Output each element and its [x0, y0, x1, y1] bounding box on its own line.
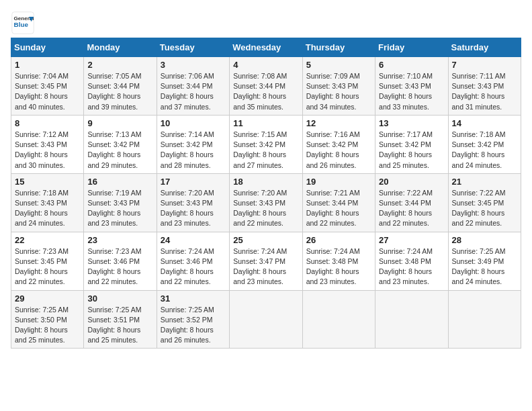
day-number: 8 [15, 118, 80, 128]
day-number: 5 [306, 60, 371, 70]
day-detail: Sunrise: 7:18 AMSunset: 3:43 PMDaylight:… [15, 189, 69, 228]
calendar-day-cell: 13 Sunrise: 7:17 AMSunset: 3:42 PMDaylig… [375, 115, 448, 173]
calendar: SundayMondayTuesdayWednesdayThursdayFrid… [11, 38, 521, 349]
calendar-day-cell: 11 Sunrise: 7:15 AMSunset: 3:42 PMDaylig… [230, 115, 302, 173]
day-detail: Sunrise: 7:25 AMSunset: 3:50 PMDaylight:… [15, 306, 69, 345]
day-detail: Sunrise: 7:23 AMSunset: 3:46 PMDaylight:… [87, 247, 141, 286]
day-detail: Sunrise: 7:09 AMSunset: 3:43 PMDaylight:… [306, 72, 360, 111]
day-number: 20 [379, 177, 444, 187]
day-detail: Sunrise: 7:21 AMSunset: 3:44 PMDaylight:… [306, 189, 360, 228]
day-detail: Sunrise: 7:25 AMSunset: 3:51 PMDaylight:… [87, 306, 141, 345]
logo-icon: General Blue [11, 11, 35, 35]
day-number: 2 [87, 60, 152, 70]
calendar-day-cell: 8 Sunrise: 7:12 AMSunset: 3:43 PMDayligh… [11, 115, 84, 173]
weekday-header-cell: Tuesday [157, 38, 229, 57]
calendar-day-cell: 19 Sunrise: 7:21 AMSunset: 3:44 PMDaylig… [302, 173, 375, 232]
calendar-day-cell: 3 Sunrise: 7:06 AMSunset: 3:44 PMDayligh… [157, 57, 229, 116]
calendar-week-row: 15 Sunrise: 7:18 AMSunset: 3:43 PMDaylig… [11, 173, 521, 232]
day-number: 25 [233, 235, 298, 245]
day-detail: Sunrise: 7:08 AMSunset: 3:44 PMDaylight:… [233, 72, 287, 111]
day-detail: Sunrise: 7:18 AMSunset: 3:42 PMDaylight:… [452, 130, 506, 169]
day-detail: Sunrise: 7:15 AMSunset: 3:42 PMDaylight:… [233, 130, 287, 169]
day-number: 27 [379, 235, 444, 245]
calendar-body: 1 Sunrise: 7:04 AMSunset: 3:45 PMDayligh… [11, 57, 521, 349]
day-number: 28 [452, 235, 517, 245]
weekday-header-cell: Wednesday [230, 38, 302, 57]
calendar-day-cell: 15 Sunrise: 7:18 AMSunset: 3:43 PMDaylig… [11, 173, 84, 232]
day-number: 10 [161, 118, 226, 128]
day-detail: Sunrise: 7:04 AMSunset: 3:45 PMDaylight:… [15, 72, 69, 111]
day-number: 12 [306, 118, 371, 128]
calendar-day-cell: 12 Sunrise: 7:16 AMSunset: 3:42 PMDaylig… [302, 115, 375, 173]
calendar-day-cell: 14 Sunrise: 7:18 AMSunset: 3:42 PMDaylig… [448, 115, 521, 173]
day-number: 13 [379, 118, 444, 128]
day-detail: Sunrise: 7:24 AMSunset: 3:47 PMDaylight:… [233, 247, 287, 286]
calendar-day-cell [375, 290, 448, 349]
day-detail: Sunrise: 7:22 AMSunset: 3:45 PMDaylight:… [452, 189, 506, 228]
day-detail: Sunrise: 7:13 AMSunset: 3:42 PMDaylight:… [87, 130, 141, 169]
calendar-day-cell: 22 Sunrise: 7:23 AMSunset: 3:45 PMDaylig… [11, 232, 84, 290]
calendar-day-cell: 20 Sunrise: 7:22 AMSunset: 3:44 PMDaylig… [375, 173, 448, 232]
day-number: 14 [452, 118, 517, 128]
calendar-day-cell: 21 Sunrise: 7:22 AMSunset: 3:45 PMDaylig… [448, 173, 521, 232]
day-number: 6 [379, 60, 444, 70]
day-detail: Sunrise: 7:25 AMSunset: 3:52 PMDaylight:… [161, 306, 214, 345]
logo: General Blue [11, 11, 35, 35]
calendar-day-cell: 6 Sunrise: 7:10 AMSunset: 3:43 PMDayligh… [375, 57, 448, 116]
day-number: 9 [87, 118, 152, 128]
calendar-day-cell [302, 290, 375, 349]
day-number: 31 [161, 293, 226, 304]
calendar-day-cell: 4 Sunrise: 7:08 AMSunset: 3:44 PMDayligh… [230, 57, 302, 116]
day-number: 7 [452, 60, 517, 70]
day-number: 1 [15, 60, 80, 70]
svg-text:Blue: Blue [14, 21, 29, 28]
calendar-week-row: 22 Sunrise: 7:23 AMSunset: 3:45 PMDaylig… [11, 232, 521, 290]
calendar-day-cell: 27 Sunrise: 7:24 AMSunset: 3:48 PMDaylig… [375, 232, 448, 290]
day-number: 3 [161, 60, 226, 70]
day-detail: Sunrise: 7:24 AMSunset: 3:48 PMDaylight:… [379, 247, 433, 286]
calendar-day-cell [448, 290, 521, 349]
calendar-day-cell: 1 Sunrise: 7:04 AMSunset: 3:45 PMDayligh… [11, 57, 84, 116]
day-number: 18 [233, 177, 298, 187]
calendar-day-cell: 5 Sunrise: 7:09 AMSunset: 3:43 PMDayligh… [302, 57, 375, 116]
day-detail: Sunrise: 7:25 AMSunset: 3:49 PMDaylight:… [452, 247, 506, 286]
day-number: 17 [161, 177, 226, 187]
calendar-week-row: 29 Sunrise: 7:25 AMSunset: 3:50 PMDaylig… [11, 290, 521, 349]
day-detail: Sunrise: 7:12 AMSunset: 3:43 PMDaylight:… [15, 130, 69, 169]
day-number: 23 [87, 235, 152, 245]
day-number: 21 [452, 177, 517, 187]
day-detail: Sunrise: 7:24 AMSunset: 3:46 PMDaylight:… [161, 247, 214, 286]
header: General Blue [11, 11, 521, 35]
day-detail: Sunrise: 7:23 AMSunset: 3:45 PMDaylight:… [15, 247, 69, 286]
day-detail: Sunrise: 7:05 AMSunset: 3:44 PMDaylight:… [87, 72, 141, 111]
day-detail: Sunrise: 7:20 AMSunset: 3:43 PMDaylight:… [233, 189, 287, 228]
day-detail: Sunrise: 7:19 AMSunset: 3:43 PMDaylight:… [87, 189, 141, 228]
day-number: 4 [233, 60, 298, 70]
day-number: 16 [87, 177, 152, 187]
day-number: 22 [15, 235, 80, 245]
day-detail: Sunrise: 7:11 AMSunset: 3:43 PMDaylight:… [452, 72, 506, 111]
calendar-day-cell: 7 Sunrise: 7:11 AMSunset: 3:43 PMDayligh… [448, 57, 521, 116]
weekday-header-cell: Friday [375, 38, 448, 57]
calendar-week-row: 1 Sunrise: 7:04 AMSunset: 3:45 PMDayligh… [11, 57, 521, 116]
day-number: 24 [161, 235, 226, 245]
day-number: 15 [15, 177, 80, 187]
calendar-day-cell: 10 Sunrise: 7:14 AMSunset: 3:42 PMDaylig… [157, 115, 229, 173]
calendar-day-cell [230, 290, 302, 349]
calendar-day-cell: 2 Sunrise: 7:05 AMSunset: 3:44 PMDayligh… [84, 57, 157, 116]
weekday-header-cell: Monday [84, 38, 157, 57]
calendar-day-cell: 16 Sunrise: 7:19 AMSunset: 3:43 PMDaylig… [84, 173, 157, 232]
day-number: 30 [87, 293, 152, 304]
calendar-day-cell: 31 Sunrise: 7:25 AMSunset: 3:52 PMDaylig… [157, 290, 229, 349]
calendar-day-cell: 26 Sunrise: 7:24 AMSunset: 3:48 PMDaylig… [302, 232, 375, 290]
calendar-week-row: 8 Sunrise: 7:12 AMSunset: 3:43 PMDayligh… [11, 115, 521, 173]
day-detail: Sunrise: 7:22 AMSunset: 3:44 PMDaylight:… [379, 189, 433, 228]
calendar-day-cell: 28 Sunrise: 7:25 AMSunset: 3:49 PMDaylig… [448, 232, 521, 290]
day-number: 19 [306, 177, 371, 187]
day-detail: Sunrise: 7:14 AMSunset: 3:42 PMDaylight:… [161, 130, 214, 169]
weekday-header: SundayMondayTuesdayWednesdayThursdayFrid… [11, 38, 521, 57]
day-number: 29 [15, 293, 80, 304]
day-number: 26 [306, 235, 371, 245]
day-detail: Sunrise: 7:16 AMSunset: 3:42 PMDaylight:… [306, 130, 360, 169]
weekday-header-cell: Sunday [11, 38, 84, 57]
